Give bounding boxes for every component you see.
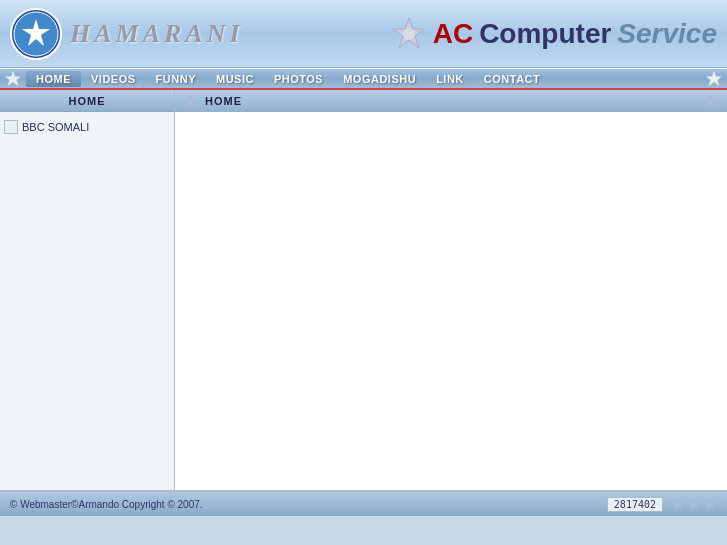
site-name: HAMARANI — [70, 19, 244, 49]
svg-marker-6 — [184, 94, 198, 108]
sidebar: HOME BBC SOMALI — [0, 90, 175, 490]
logo-area: HAMARANI — [10, 8, 244, 60]
sidebar-link-bbc[interactable]: BBC SOMALI — [4, 118, 170, 136]
content-title: HOME — [205, 95, 242, 107]
svg-marker-7 — [704, 94, 718, 108]
brand-computer: Computer — [479, 18, 611, 50]
logo-emblem — [10, 8, 62, 60]
svg-marker-10 — [704, 498, 717, 510]
sidebar-title: HOME — [69, 95, 106, 107]
nav-videos[interactable]: VIDEOS — [81, 71, 146, 87]
svg-marker-8 — [672, 498, 685, 510]
footer-star2-icon — [687, 497, 701, 511]
nav-link[interactable]: LINK — [426, 71, 474, 87]
link-icon — [4, 120, 18, 134]
nav-end-star-icon — [705, 70, 723, 88]
nav-contact[interactable]: CONTACT — [474, 71, 550, 87]
page-footer: © Webmaster©Armando Copyright © 2007. 28… — [0, 490, 727, 516]
brand-area: AC Computer Service — [391, 16, 717, 52]
nav-photos[interactable]: PHOTOS — [264, 71, 333, 87]
content-header: HOME — [175, 90, 727, 112]
svg-marker-9 — [688, 498, 701, 510]
nav-start-star-icon — [4, 70, 22, 88]
content-panel: HOME — [175, 90, 727, 490]
svg-marker-5 — [706, 71, 722, 86]
svg-marker-4 — [5, 71, 21, 86]
navigation-bar: HOME VIDEOS FUNNY MUSIC PHOTOS MOGADISHU… — [0, 68, 727, 90]
nav-funny[interactable]: FUNNY — [146, 71, 206, 87]
footer-star3-icon — [703, 497, 717, 511]
main-area: HOME BBC SOMALI HOME — [0, 90, 727, 490]
footer-star1-icon — [671, 497, 685, 511]
page-header: HAMARANI AC Computer Service — [0, 0, 727, 68]
content-end-star-icon — [703, 93, 719, 109]
sidebar-header: HOME — [0, 90, 174, 112]
visit-counter: 2817402 — [607, 497, 663, 512]
nav-home[interactable]: HOME — [26, 71, 81, 87]
svg-point-3 — [403, 28, 415, 40]
sidebar-link-label: BBC SOMALI — [22, 121, 89, 133]
nav-mogadishu[interactable]: MOGADISHU — [333, 71, 426, 87]
footer-copyright: © Webmaster©Armando Copyright © 2007. — [10, 499, 203, 510]
footer-decoration — [671, 497, 717, 511]
brand-star-icon — [391, 16, 427, 52]
content-star-icon — [183, 93, 199, 109]
nav-music[interactable]: MUSIC — [206, 71, 264, 87]
brand-service: Service — [617, 18, 717, 50]
sidebar-content: BBC SOMALI — [0, 112, 174, 142]
brand-ac: AC — [433, 18, 473, 50]
